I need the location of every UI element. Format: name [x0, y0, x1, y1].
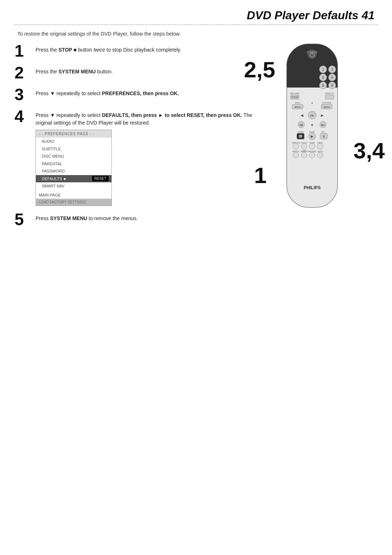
svg-text:OK: OK: [310, 114, 314, 117]
menu-preview: - - PREFERENCES PAGE - - AUDIO SUBTITLE …: [36, 130, 112, 206]
step-1-row: 1 Press the STOP ■ button twice to stop …: [15, 44, 254, 59]
menu-item-disc-menu: DISC MENU: [36, 153, 111, 160]
svg-text:DISPLAY: DISPLAY: [325, 92, 334, 94]
steps-column: 1 Press the STOP ■ button twice to stop …: [15, 44, 261, 234]
menu-item-parental: PARENTAL: [36, 160, 111, 168]
menu-item-main-page: MAIN PAGE: [36, 191, 111, 199]
svg-text:MENU: MENU: [323, 106, 330, 108]
step-4-text: Press ▼ repeatedly to select DEFAULTS, t…: [36, 109, 254, 206]
menu-item-audio: AUDIO: [36, 138, 111, 145]
svg-point-64: [309, 152, 315, 158]
reset-button-label: RESET: [92, 176, 109, 181]
step-5-number: 5: [15, 211, 32, 228]
svg-text:PHILIPS: PHILIPS: [304, 185, 321, 190]
menu-item-smart-nav: SMART NAV: [36, 182, 111, 190]
section-divider: [15, 24, 377, 25]
step-2-row: 2 Press the SYSTEM MENU button.: [15, 66, 254, 81]
step-5-text: Press SYSTEM MENU to remove the menus.: [36, 212, 138, 222]
svg-text:PA...: PA...: [322, 131, 326, 133]
step-1-text: Press the STOP ■ button twice to stop Di…: [36, 44, 181, 54]
svg-text:5: 5: [322, 76, 324, 80]
svg-text:▲: ▲: [311, 101, 314, 104]
svg-text:3: 3: [331, 68, 333, 72]
svg-text:A-B: A-B: [303, 150, 306, 152]
svg-text:2: 2: [322, 68, 324, 72]
step-1-number: 1: [15, 42, 32, 59]
remote-label-34: 3,4: [354, 139, 385, 162]
svg-text:STOP: STOP: [298, 131, 303, 133]
step-2-number: 2: [15, 64, 32, 81]
svg-text:TITLE: TITLE: [291, 96, 298, 98]
defaults-label: DEFAULTS ►: [42, 176, 67, 182]
svg-point-53: [293, 143, 299, 149]
svg-point-55: [309, 143, 315, 149]
svg-rect-44: [299, 135, 302, 138]
menu-item-subtitle: SUBTITLE: [36, 145, 111, 153]
svg-point-56: [317, 143, 323, 149]
step-4-number: 4: [15, 108, 32, 125]
svg-text:⏮: ⏮: [299, 123, 303, 127]
svg-text:SYSTEM: SYSTEM: [322, 102, 331, 104]
intro-text: To restore the original settings of the …: [17, 31, 375, 37]
step-5-row: 5 Press SYSTEM MENU to remove the menus.: [15, 212, 254, 228]
remote-wrapper: 2,5 3,4 1 POWER 2 3: [265, 40, 374, 216]
svg-text:RETURN: RETURN: [290, 92, 299, 94]
menu-header: - - PREFERENCES PAGE - -: [36, 130, 111, 138]
svg-text:▶: ▶: [321, 113, 324, 117]
svg-text:▼: ▼: [310, 123, 314, 127]
svg-point-62: [293, 152, 299, 158]
step-3-text: Press ▼ repeatedly to select PREFERENCES…: [36, 88, 179, 97]
remote-image: POWER 2 3 5 6 8 9 RETUR: [265, 40, 359, 215]
svg-text:◀: ◀: [301, 113, 303, 117]
svg-text:DISC: DISC: [295, 102, 301, 104]
svg-point-65: [317, 152, 323, 158]
step-3-row: 3 Press ▼ repeatedly to select PREFERENC…: [15, 88, 254, 103]
content-area: 1 Press the STOP ■ button twice to stop …: [0, 44, 392, 234]
svg-text:6: 6: [331, 76, 333, 80]
menu-item-load-settings: LOAD FACTORY SETTINGS: [36, 199, 111, 206]
page-title: DVD Player Defaults 41: [0, 0, 392, 24]
svg-point-54: [301, 143, 307, 149]
svg-rect-23: [325, 95, 334, 99]
svg-text:MENU: MENU: [294, 106, 301, 108]
svg-text:▶: ▶: [311, 134, 314, 138]
svg-point-63: [301, 152, 307, 158]
step-4-row: 4 Press ▼ repeatedly to select DEFAULTS,…: [15, 109, 254, 206]
svg-text:⏸: ⏸: [322, 135, 326, 138]
menu-item-password: PASSWORD: [36, 167, 111, 175]
svg-text:8: 8: [322, 84, 324, 88]
menu-item-defaults: DEFAULTS ► RESET: [36, 175, 111, 183]
svg-text:9: 9: [331, 84, 333, 88]
remote-column: 2,5 3,4 1 POWER 2 3: [261, 40, 377, 216]
step-2-text: Press the SYSTEM MENU button.: [36, 66, 113, 76]
svg-text:⏭: ⏭: [321, 123, 325, 127]
remote-label-25: 2,5: [244, 58, 275, 81]
step-3-number: 3: [15, 86, 32, 103]
remote-label-1: 1: [254, 164, 266, 187]
